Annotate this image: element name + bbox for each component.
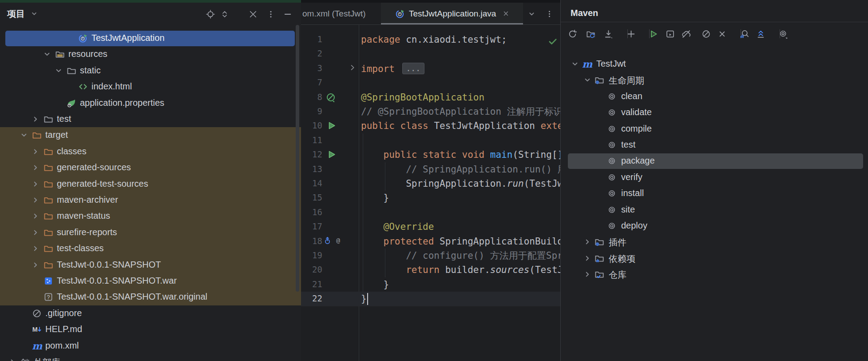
chevron-right-icon[interactable] bbox=[31, 147, 40, 158]
inspections-ok-icon[interactable] bbox=[548, 36, 558, 48]
code-line-16[interactable]: 16 bbox=[301, 205, 560, 220]
collapse-all-icon[interactable] bbox=[247, 8, 259, 20]
chevron-down-icon[interactable] bbox=[20, 131, 28, 142]
spring-bean-icon[interactable] bbox=[326, 92, 336, 104]
expand-collapse-icon[interactable] bbox=[219, 8, 230, 20]
chevron-right-icon[interactable] bbox=[31, 261, 40, 272]
project-tree-item-static[interactable]: static bbox=[0, 63, 301, 79]
editor-options-icon[interactable] bbox=[543, 8, 555, 20]
chevron-right-icon[interactable] bbox=[31, 244, 40, 255]
code-line-22[interactable]: 22} bbox=[301, 292, 560, 306]
chevron-right-icon[interactable] bbox=[583, 254, 592, 265]
maven-tree-item-compile[interactable]: compile bbox=[561, 121, 868, 137]
maven-tree-item-install[interactable]: install bbox=[561, 185, 868, 202]
project-tree-item-maven-archiver[interactable]: maven-archiver bbox=[0, 192, 301, 209]
code-editor[interactable]: 1package cn.xiaodi.testjwt;23import ...7… bbox=[301, 25, 560, 361]
chevron-down-icon[interactable] bbox=[583, 76, 592, 87]
maven-tree-item-verify[interactable]: verify bbox=[561, 169, 868, 186]
close-tab-icon[interactable] bbox=[502, 10, 510, 17]
chevron-right-icon[interactable] bbox=[31, 212, 40, 223]
maven-tree-item-validate[interactable]: validate bbox=[561, 104, 868, 121]
maven-tree-item-package[interactable]: package bbox=[561, 153, 868, 169]
chevron-right-icon[interactable] bbox=[31, 196, 40, 207]
project-tree-item-surefire-reports[interactable]: surefire-reports bbox=[0, 225, 301, 241]
chevron-right-icon[interactable] bbox=[31, 180, 40, 191]
project-tree-scrollbar[interactable] bbox=[296, 25, 299, 292]
code-line-7[interactable]: 7 bbox=[301, 76, 560, 90]
chevron-down-icon[interactable] bbox=[43, 50, 52, 61]
project-tree-item-testjwt-0-0-1-snapshot-war[interactable]: TestJwt-0.0.1-SNAPSHOT.war bbox=[0, 273, 301, 289]
chevron-right-icon[interactable] bbox=[583, 270, 592, 281]
editor-area[interactable]: om.xml (TestJwt)TestJwtApplication.java … bbox=[301, 3, 560, 361]
chevron-down-icon[interactable] bbox=[30, 10, 38, 20]
code-line-21[interactable]: 21 } bbox=[301, 277, 560, 292]
override-gutter-icon[interactable] bbox=[323, 237, 332, 247]
code-line-9[interactable]: 9// @SpringBootApplication 注解用于标识这是 bbox=[301, 104, 560, 119]
project-tree-item--gitignore[interactable]: .gitignore bbox=[0, 305, 301, 322]
chevron-right-icon[interactable] bbox=[31, 163, 40, 174]
tree-item-label: TestJwt-0.0.1-SNAPSHOT.war bbox=[57, 276, 177, 286]
chevron-down-icon[interactable] bbox=[571, 60, 579, 71]
project-tree-item-maven-status[interactable]: maven-status bbox=[0, 208, 301, 225]
project-tree-item-generated-sources[interactable]: generated-sources bbox=[0, 160, 301, 176]
project-tree-item-test[interactable]: test bbox=[0, 111, 301, 128]
code-line-3[interactable]: 3import ... bbox=[301, 61, 560, 76]
project-tree-item-testjwtapplication[interactable]: TestJwtApplication bbox=[0, 30, 301, 47]
fold-arrow-icon[interactable] bbox=[349, 64, 357, 73]
maven-tree-item-testjwt[interactable]: mTestJwt bbox=[561, 56, 868, 72]
project-tree-item--[interactable]: 外部库 bbox=[0, 354, 301, 361]
maven-tree-item-clean[interactable]: clean bbox=[561, 88, 868, 105]
code-line-18[interactable]: 18@ protected SpringApplicationBuilder c… bbox=[301, 234, 560, 249]
code-line-1[interactable]: 1package cn.xiaodi.testjwt; bbox=[301, 32, 560, 47]
project-tree-item-generated-test-sources[interactable]: generated-test-sources bbox=[0, 176, 301, 193]
more-options-icon[interactable] bbox=[265, 8, 277, 20]
folded-imports[interactable]: ... bbox=[402, 63, 425, 74]
line-number: 14 bbox=[301, 178, 322, 188]
project-tree-item-classes[interactable]: classes bbox=[0, 144, 301, 160]
maven-tree-item-deploy[interactable]: deploy bbox=[561, 218, 868, 234]
hidden-tabs-dropdown[interactable] bbox=[526, 8, 537, 20]
editor-tab-2[interactable]: TestJwtApplication.java bbox=[381, 3, 523, 24]
chevron-down-icon[interactable] bbox=[54, 66, 63, 77]
maven-tree-item-test[interactable]: test bbox=[561, 137, 868, 153]
code-line-2[interactable]: 2 bbox=[301, 47, 560, 61]
code-line-17[interactable]: 17 @Override bbox=[301, 220, 560, 234]
run-gutter-icon[interactable] bbox=[327, 121, 336, 132]
maven-tree-item-仓库[interactable]: 仓库 bbox=[561, 266, 868, 283]
project-tree-item-resources[interactable]: resources bbox=[0, 46, 301, 63]
code-line-14[interactable]: 14 SpringApplication.run(TestJwtApplicat… bbox=[301, 176, 560, 191]
code-line-10[interactable]: 10public class TestJwtApplication extend… bbox=[301, 119, 560, 133]
project-tree-item-help-md[interactable]: MHELP.md bbox=[0, 321, 301, 338]
editor-tab-1[interactable]: om.xml (TestJwt) bbox=[301, 3, 375, 24]
project-tree-item-application-properties[interactable]: application.properties bbox=[0, 95, 301, 112]
chevron-right-icon[interactable] bbox=[31, 228, 40, 239]
chevron-right-icon[interactable] bbox=[8, 357, 17, 361]
chevron-right-icon[interactable] bbox=[31, 115, 40, 126]
project-tree-item-index-html[interactable]: index.html bbox=[0, 79, 301, 95]
code-line-12[interactable]: 12 public static void main(String[] args… bbox=[301, 148, 560, 162]
run-gutter-icon[interactable] bbox=[327, 150, 336, 161]
code-line-11[interactable]: 11 bbox=[301, 133, 560, 148]
code-line-13[interactable]: 13 // SpringApplication.run() 用于启动 bbox=[301, 162, 560, 177]
annotation-gutter-icon[interactable]: @ bbox=[334, 237, 342, 247]
maven-tree-item-site[interactable]: site bbox=[561, 202, 868, 218]
project-panel-title[interactable]: 项目 bbox=[7, 8, 25, 20]
code-line-15[interactable]: 15 } bbox=[301, 191, 560, 205]
code-line-8[interactable]: 8@SpringBootApplication bbox=[301, 90, 560, 105]
project-tree-item-target[interactable]: target bbox=[0, 127, 301, 144]
maven-tree-item-依赖项[interactable]: 依赖项 bbox=[561, 250, 868, 267]
project-tree-item-test-classes[interactable]: test-classes bbox=[0, 241, 301, 257]
code-line-19[interactable]: 19 // configure() 方法用于配置Spring应用 bbox=[301, 249, 560, 263]
svg-text:M: M bbox=[32, 326, 38, 333]
project-tree-item-testjwt-0-0-1-snapshot[interactable]: TestJwt-0.0.1-SNAPSHOT bbox=[0, 257, 301, 273]
project-tree-item-pom-xml[interactable]: mpom.xml bbox=[0, 338, 301, 354]
locate-file-icon[interactable] bbox=[205, 8, 216, 20]
code-line-20[interactable]: 20 return builder.sources(TestJwtApplica… bbox=[301, 263, 560, 277]
tree-item-label: target bbox=[45, 130, 68, 140]
maven-tree-item-生命周期[interactable]: 生命周期 bbox=[561, 72, 868, 88]
hide-panel-icon[interactable] bbox=[282, 8, 293, 20]
chevron-right-icon[interactable] bbox=[583, 237, 592, 249]
project-tree-item-testjwt-0-0-1-snapshot-war-original[interactable]: ?TestJwt-0.0.1-SNAPSHOT.war.original bbox=[0, 289, 301, 305]
maven-m-icon: m bbox=[582, 59, 592, 70]
maven-tree-item-插件[interactable]: 插件 bbox=[561, 234, 868, 250]
